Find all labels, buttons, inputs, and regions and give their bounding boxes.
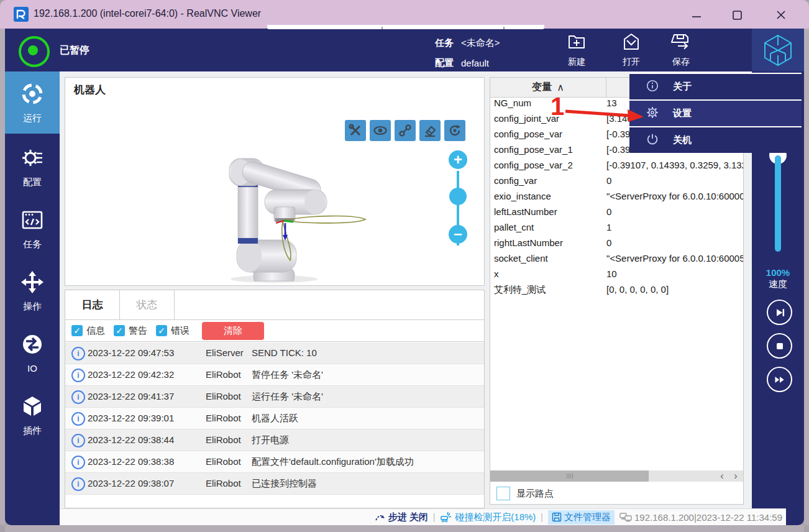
log-row[interactable]: i 2023-12-22 09:38:38 EliRobot 配置文件'defa…	[65, 451, 484, 473]
variable-row[interactable]: exio_instance"<ServerProxy for 6.0.0.10:…	[490, 191, 743, 206]
log-message: 打开电源	[252, 434, 289, 446]
maximize-button[interactable]	[723, 9, 751, 21]
scroll-right-button[interactable]: ›	[729, 470, 742, 482]
show-waypoints-checkbox[interactable]	[496, 487, 510, 500]
log-row[interactable]: i 2023-12-22 09:42:32 EliRobot 暂停任务 '未命名…	[65, 364, 484, 386]
log-time: 2023-12-22 09:42:32	[88, 369, 174, 380]
log-message: 配置文件'default.configuration'加载成功	[252, 456, 414, 468]
stop-button[interactable]	[767, 333, 792, 359]
collision-detection-status[interactable]: 碰撞检测开启(18%)	[440, 511, 536, 523]
menu-item-settings[interactable]: 设置	[629, 101, 802, 127]
log-row[interactable]: i 2023-12-22 09:38:44 EliRobot 打开电源	[65, 429, 484, 451]
window-bottom-edge	[5, 525, 804, 532]
reset-view-button[interactable]	[444, 120, 465, 141]
log-message: SEND TICK: 10	[252, 347, 317, 358]
save-icon	[670, 32, 692, 55]
horizontal-scrollbar[interactable]: ‹ ›	[490, 470, 743, 482]
tab-log[interactable]: 日志	[65, 290, 120, 319]
window-right-edge	[804, 29, 809, 525]
log-row[interactable]: i 2023-12-22 09:41:37 EliRobot 运行任务 '未命名…	[65, 386, 484, 408]
sidebar-item-io[interactable]: IO	[5, 322, 60, 384]
file-manager-button[interactable]: 文件管理器	[548, 510, 615, 525]
status-separator: |	[541, 512, 543, 522]
step-next-button[interactable]	[767, 300, 792, 325]
step-mode-status[interactable]: 步进 关闭	[375, 511, 428, 523]
speed-percent: 100%	[752, 267, 804, 278]
top-navbar: 已暂停 任务 <未命名> 配置 default 新建	[5, 29, 804, 71]
elite-cube-logo-icon	[762, 33, 794, 68]
status-bar: 步进 关闭 | 碰撞检测开启(18%) | 文件管理器 192.168.1.20…	[60, 508, 786, 525]
eraser-button[interactable]	[419, 120, 441, 141]
eye-icon	[373, 123, 388, 138]
close-button[interactable]	[767, 9, 795, 21]
window-corner	[786, 508, 804, 525]
log-row[interactable]: i 2023-12-22 09:39:01 EliRobot 机器人活跃	[65, 408, 484, 429]
open-button[interactable]: 打开	[610, 32, 653, 69]
log-message: 机器人活跃	[252, 413, 298, 424]
variable-row[interactable]: rightLastNumber0	[490, 237, 743, 253]
robot-3d-panel: 机器人	[65, 77, 485, 286]
sidebar-item-label: 运行	[23, 112, 42, 124]
sidebar-item-label: 操作	[23, 301, 42, 313]
log-time: 2023-12-22 09:38:38	[88, 456, 174, 467]
save-button[interactable]: 保存	[659, 32, 703, 69]
vnc-toolbar-collapsed[interactable]	[267, 25, 544, 29]
sidebar-item-task[interactable]: 任务	[5, 198, 60, 260]
variable-row[interactable]: config_var0	[490, 175, 743, 191]
clear-log-button[interactable]: 清除	[202, 322, 264, 340]
save-button-label: 保存	[672, 57, 690, 68]
scroll-left-button[interactable]: ‹	[716, 470, 728, 482]
log-source: EliRobot	[206, 369, 241, 380]
log-message: 已连接到控制器	[252, 478, 317, 490]
new-task-button[interactable]: 新建	[555, 32, 598, 69]
variable-row[interactable]: pallet_cnt1	[490, 222, 743, 237]
config-label: 配置	[435, 57, 454, 69]
speed-slider-track[interactable]	[775, 155, 781, 252]
menu-item-shutdown[interactable]: 关机	[629, 127, 802, 153]
variable-row[interactable]: leftLastNumber0	[490, 206, 743, 222]
error-filter-checkbox[interactable]: ✓	[156, 325, 167, 336]
menu-item-about[interactable]: 关于	[629, 74, 802, 101]
sidebar-item-configure[interactable]: 配置	[5, 135, 60, 198]
new-task-button-label: 新建	[568, 57, 585, 68]
robot-panel-title: 机器人	[74, 83, 106, 97]
check-icon: ✓	[116, 326, 123, 336]
minimize-button[interactable]	[682, 9, 711, 21]
path-button[interactable]	[395, 120, 416, 141]
fast-forward-button[interactable]	[767, 367, 792, 392]
log-time: 2023-12-22 09:38:07	[88, 478, 174, 488]
log-time: 2023-12-22 09:39:01	[88, 413, 174, 423]
zoom-in-button[interactable]: +	[449, 150, 467, 169]
variable-row[interactable]: socket_client"<ServerProxy for 6.0.0.10:…	[490, 253, 743, 268]
info-icon: i	[71, 477, 85, 491]
log-source: EliServer	[206, 347, 244, 358]
network-icon	[619, 512, 632, 522]
visibility-button[interactable]	[370, 120, 391, 141]
sidebar-item-plugin[interactable]: 插件	[5, 384, 60, 446]
log-source: EliRobot	[206, 413, 241, 423]
variable-row[interactable]: 艾利特_测试[0, 0, 0, 0, 0, 0]	[490, 284, 743, 300]
new-task-icon	[566, 32, 587, 55]
log-time: 2023-12-22 09:47:53	[88, 347, 174, 358]
config-value: default	[461, 58, 489, 68]
tools-button[interactable]	[345, 120, 366, 141]
brand-logo-button[interactable]	[752, 29, 804, 71]
info-icon: i	[71, 390, 85, 404]
eraser-icon	[423, 123, 437, 138]
zoom-out-button[interactable]: −	[449, 225, 467, 244]
tab-status[interactable]: 状态	[120, 290, 175, 319]
sidebar-item-run[interactable]: 运行	[5, 71, 60, 134]
info-filter-checkbox[interactable]: ✓	[71, 325, 83, 336]
variable-row[interactable]: x10	[490, 268, 743, 284]
info-icon: i	[71, 412, 85, 426]
sidebar-item-operate[interactable]: 操作	[5, 260, 60, 322]
zoom-slider-handle[interactable]	[449, 188, 467, 205]
variable-row[interactable]: config_pose_var_2[-0.39107, 0.14393, 0.3…	[490, 160, 743, 175]
log-row[interactable]: i 2023-12-22 09:38:07 EliRobot 已连接到控制器	[65, 473, 484, 495]
warning-filter-checkbox[interactable]: ✓	[114, 325, 125, 336]
log-row[interactable]: i 2023-12-22 09:47:53 EliServer SEND TIC…	[65, 342, 484, 364]
stop-icon	[774, 340, 786, 352]
info-icon: i	[71, 369, 85, 382]
file-manager-icon	[552, 512, 562, 522]
scrollbar-thumb[interactable]	[490, 470, 649, 482]
